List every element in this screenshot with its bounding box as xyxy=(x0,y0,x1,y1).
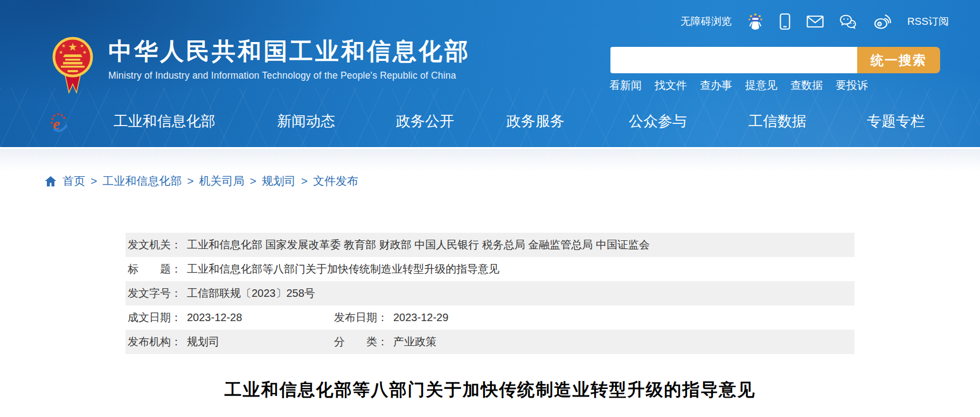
national-emblem-icon: ★ ★ ★ ★ ★ xyxy=(51,32,94,94)
site-header: 无障碍浏览 xyxy=(0,0,980,147)
utility-topbar: 无障碍浏览 xyxy=(680,13,949,30)
meta-label: 发布机构： xyxy=(128,335,182,349)
weibo-icon[interactable] xyxy=(873,13,892,30)
svg-text:★: ★ xyxy=(61,43,66,48)
nav-item-special[interactable]: 专题专栏 xyxy=(867,112,925,131)
meta-cell: 发文机关： 工业和信息化部 国家发展改革委 教育部 财政部 中国人民银行 税务总… xyxy=(128,238,650,252)
svg-text:★: ★ xyxy=(68,41,78,53)
miit-portal-page: 无障碍浏览 xyxy=(0,0,980,417)
meta-cell: 成文日期： 2023-12-28 xyxy=(128,310,334,325)
site-search: 统一搜索 xyxy=(610,47,940,73)
meta-row-title: 标 题： 工业和信息化部等八部门关于加快传统制造业转型升级的指导意见 xyxy=(126,257,854,281)
nav-item-gov-services[interactable]: 政务服务 xyxy=(506,112,565,131)
quick-link-feedback[interactable]: 提意见 xyxy=(745,78,777,93)
gov-e-logo-icon: e xyxy=(50,110,67,137)
home-icon[interactable] xyxy=(45,176,57,187)
meta-label: 发布日期： xyxy=(334,310,388,325)
rss-link[interactable]: RSS订阅 xyxy=(907,15,949,29)
header-shadow-band xyxy=(0,149,980,171)
breadcrumb-home[interactable]: 首页 xyxy=(62,173,85,189)
quick-link-services[interactable]: 查办事 xyxy=(700,78,732,93)
meta-row-issuing-agencies: 发文机关： 工业和信息化部 国家发展改革委 教育部 财政部 中国人民银行 税务总… xyxy=(126,233,854,257)
meta-cell: 分 类： 产业政策 xyxy=(334,335,436,349)
search-input[interactable] xyxy=(610,47,857,73)
svg-text:★: ★ xyxy=(80,43,84,48)
meta-label: 标 题： xyxy=(128,262,182,276)
nav-item-news[interactable]: 新闻动态 xyxy=(277,112,335,131)
breadcrumb-separator: > xyxy=(250,175,256,187)
wechat-icon[interactable] xyxy=(839,14,858,29)
accessibility-link[interactable]: 无障碍浏览 xyxy=(680,15,732,29)
breadcrumb-document-release: 文件发布 xyxy=(313,173,358,189)
site-title: 中华人民共和国工业和信息化部 xyxy=(108,39,470,63)
meta-label: 成文日期： xyxy=(128,310,182,325)
svg-text:★: ★ xyxy=(82,50,87,55)
quick-link-complaint[interactable]: 要投诉 xyxy=(836,78,868,93)
meta-value: 工业和信息化部 国家发展改革委 教育部 财政部 中国人民银行 税务总局 金融监管… xyxy=(187,238,650,252)
breadcrumb-separator: > xyxy=(91,175,97,187)
meta-cell: 发文字号： 工信部联规〔2023〕258号 xyxy=(128,286,315,301)
meta-label: 发文机关： xyxy=(128,238,182,252)
article-title: 工业和信息化部等八部门关于加快传统制造业转型升级的指导意见 xyxy=(0,378,980,402)
meta-row-dates: 成文日期： 2023-12-28 发布日期： 2023-12-29 xyxy=(126,305,854,330)
breadcrumb-separator: > xyxy=(187,175,193,187)
doc-meta-table: 发文机关： 工业和信息化部 国家发展改革委 教育部 财政部 中国人民银行 税务总… xyxy=(126,233,854,354)
mobile-icon[interactable] xyxy=(779,13,791,30)
meta-row-doc-number: 发文字号： 工信部联规〔2023〕258号 xyxy=(126,281,854,305)
breadcrumb-planning-dept[interactable]: 规划司 xyxy=(262,173,296,189)
site-brand[interactable]: ★ ★ ★ ★ ★ 中华人民共和国工业和信息化部 Ministry of Ind… xyxy=(51,32,470,94)
meta-cell: 发布机构： 规划司 xyxy=(128,335,334,349)
quick-links: 看新闻 找文件 查办事 提意见 查数据 要投诉 xyxy=(609,78,868,93)
breadcrumb: 首页 > 工业和信息化部 > 机关司局 > 规划司 > 文件发布 xyxy=(45,173,358,189)
nav-item-miit-data[interactable]: 工信数据 xyxy=(748,112,807,131)
meta-value: 2023-12-29 xyxy=(393,311,448,324)
meta-label: 发文字号： xyxy=(128,286,182,301)
meta-value: 规划司 xyxy=(187,335,219,349)
quick-link-data[interactable]: 查数据 xyxy=(790,78,823,93)
meta-row-publisher-category: 发布机构： 规划司 分 类： 产业政策 xyxy=(126,330,854,354)
nav-item-participation[interactable]: 公众参与 xyxy=(629,112,687,131)
brand-text: 中华人民共和国工业和信息化部 Ministry of Industry and … xyxy=(108,32,470,81)
main-nav: e 工业和信息化部 新闻动态 政务公开 政务服务 公众参与 工信数据 专题专栏 xyxy=(0,106,980,137)
site-subtitle: Ministry of Industry and Information Tec… xyxy=(108,70,470,81)
search-button[interactable]: 统一搜索 xyxy=(857,47,940,73)
svg-text:★: ★ xyxy=(59,50,63,55)
quick-link-news[interactable]: 看新闻 xyxy=(609,78,642,93)
meta-label: 分 类： xyxy=(334,335,388,349)
breadcrumb-departments[interactable]: 机关司局 xyxy=(199,173,245,189)
meta-value: 工信部联规〔2023〕258号 xyxy=(187,286,315,301)
meta-value: 2023-12-28 xyxy=(187,311,242,324)
meta-cell: 标 题： 工业和信息化部等八部门关于加快传统制造业转型升级的指导意见 xyxy=(128,262,499,276)
nav-item-gov-affairs[interactable]: 政务公开 xyxy=(396,112,454,131)
robot-mascot-icon[interactable] xyxy=(747,13,763,30)
breadcrumb-separator: > xyxy=(301,175,308,187)
mail-icon[interactable] xyxy=(807,15,824,28)
meta-value: 产业政策 xyxy=(393,335,436,349)
meta-cell: 发布日期： 2023-12-29 xyxy=(334,310,448,325)
quick-link-documents[interactable]: 找文件 xyxy=(655,78,687,93)
meta-value: 工业和信息化部等八部门关于加快传统制造业转型升级的指导意见 xyxy=(187,262,499,276)
nav-item-ministry[interactable]: 工业和信息化部 xyxy=(114,112,216,131)
breadcrumb-ministry[interactable]: 工业和信息化部 xyxy=(102,173,182,189)
